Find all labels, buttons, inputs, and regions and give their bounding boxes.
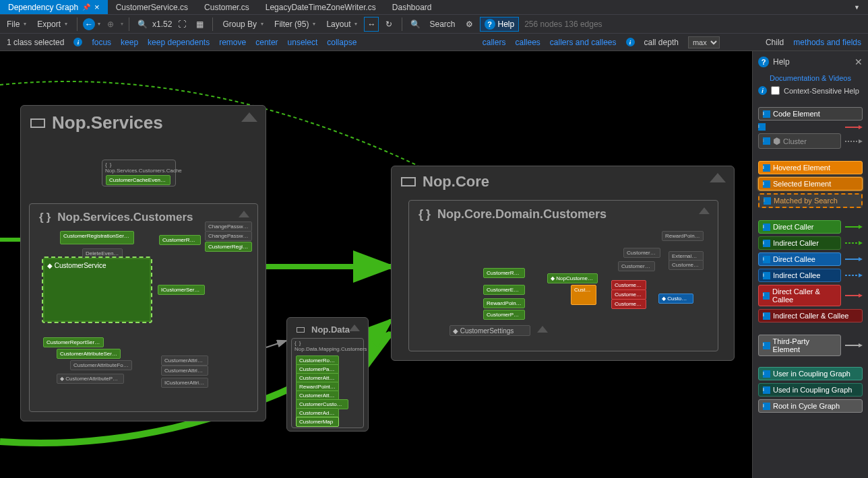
center-action[interactable]: center (255, 38, 278, 47)
fit-icon[interactable]: ⛶ (175, 17, 189, 32)
callers-action[interactable]: callers (483, 38, 506, 47)
collapse-icon[interactable] (349, 325, 360, 331)
back-button[interactable]: ← (83, 18, 95, 30)
settings-icon[interactable]: ⚙ (462, 17, 477, 32)
documentation-link[interactable]: Documentation & Videos (758, 74, 863, 82)
filter-menu[interactable]: Filter (95) (270, 18, 319, 30)
node-reward-hist2[interactable]: RewardPointsHistory (483, 298, 525, 308)
info-icon[interactable]: i (763, 272, 770, 279)
tab-customer[interactable]: Customer.cs (196, 0, 257, 14)
layout-toggle-icon[interactable]: ↔ (364, 17, 379, 32)
tab-dependency-graph[interactable]: Dependency Graph 📌 × (0, 0, 108, 14)
node-change-pwd-req[interactable]: ChangePasswordRequest (205, 221, 252, 232)
close-icon[interactable]: ✕ (855, 57, 863, 67)
node-icust-attr-parser[interactable]: ICustomerAttributeParser (161, 378, 208, 388)
collapse-icon[interactable] (710, 173, 726, 182)
cluster-cache[interactable]: Nop.Services.Customers.Cache CustomerCac… (102, 160, 176, 186)
collapse-icon[interactable] (241, 112, 257, 122)
node-cust-attr[interactable]: CustomerAttribute (618, 261, 655, 271)
node-cust-password[interactable]: CustomerPassword (483, 310, 525, 320)
cluster-nop-data[interactable]: Nop.Data Nop.Data.Mapping.Customers Cust… (286, 317, 369, 432)
export-menu[interactable]: Export (33, 18, 71, 30)
info-icon[interactable]: i (758, 86, 767, 95)
tab-close-icon[interactable]: × (94, 2, 100, 12)
node-attr-ext[interactable]: CustomerAttributeExtensions (161, 366, 208, 376)
node-cust-role[interactable]: ◆ CustomerRole (658, 294, 693, 304)
pin-icon[interactable]: 📌 (82, 3, 90, 11)
node-customer[interactable]: Customer (571, 285, 596, 305)
tab-dashboard[interactable]: Dashboard (384, 0, 440, 14)
context-help-checkbox[interactable] (771, 86, 780, 95)
node-cust-addr2[interactable]: CustomerAddress (611, 299, 646, 309)
info-icon[interactable]: i (763, 164, 770, 172)
node-attr-service[interactable]: CustomerAttributeService (57, 349, 121, 359)
zoom-icon[interactable]: 🔍 (135, 17, 150, 32)
dependency-graph-canvas[interactable]: Nop.Services Nop.Services.Customers.Cach… (0, 51, 752, 478)
info-icon[interactable]: i (763, 386, 770, 394)
collapse-icon[interactable] (537, 326, 548, 333)
tab-legacy[interactable]: LegacyDateTimeZoneWriter.cs (257, 0, 384, 14)
cluster-nop-services[interactable]: Nop.Services Nop.Services.Customers.Cach… (20, 105, 266, 421)
info-icon[interactable]: i (763, 110, 770, 118)
node-change-pwd-res[interactable]: ChangePasswordResult (205, 231, 252, 241)
node-cust-rel[interactable]: CustomerRelations (483, 268, 525, 278)
node-nop-defaults[interactable]: ◆ NopCustomerDefaults (547, 273, 598, 283)
node-icustomer-service[interactable]: ICustomerService (158, 285, 205, 295)
node-attr-formatter[interactable]: CustomerAttributeFormatter (70, 360, 132, 370)
node-customer-service[interactable]: ◆ CustomerService (43, 258, 151, 322)
keep-action[interactable]: keep (121, 38, 138, 47)
cluster-nop-core[interactable]: Nop.Core Nop.Core.Domain.Customers Rewar… (391, 166, 735, 361)
collapse-icon[interactable] (239, 211, 249, 217)
fit-all-icon[interactable]: ▦ (192, 17, 207, 32)
info-icon[interactable]: i (763, 137, 770, 145)
remove-action[interactable]: remove (219, 38, 246, 47)
node-delete-task[interactable]: DeleteEventsTask (82, 248, 123, 259)
info-icon[interactable]: i (763, 312, 770, 320)
callees-action[interactable]: callees (515, 38, 540, 47)
node-customer-reg-req[interactable]: CustomerRegistrationRequest (205, 242, 252, 252)
info-icon[interactable]: i (763, 342, 770, 349)
info-icon-2[interactable]: i (626, 38, 635, 46)
node-attr-parser[interactable]: ◆ CustomerAttributeParser (57, 374, 124, 384)
collapse-action[interactable]: collapse (327, 38, 356, 47)
node-cust-addr[interactable]: CustomerAddress (611, 289, 646, 300)
node-customer-reg[interactable]: CustomerRegistration (159, 235, 201, 245)
cluster-mapping[interactable]: Nop.Data.Mapping.Customers CustomerRoleS… (291, 338, 364, 428)
node-cust-map[interactable]: CustomerMap (296, 417, 339, 427)
refresh-icon[interactable]: ↻ (381, 17, 396, 32)
node-cache-consumer[interactable]: CustomerCacheEventConsumer (106, 175, 170, 185)
layout-menu[interactable]: Layout (322, 18, 361, 30)
info-icon[interactable]: i (763, 240, 770, 247)
node-registration-service[interactable]: CustomerRegistrationService (60, 231, 134, 244)
methods-fields-action[interactable]: methods and fields (793, 38, 861, 47)
search-button[interactable]: Search (425, 18, 459, 30)
collapse-icon[interactable] (699, 207, 710, 214)
info-icon[interactable]: i (763, 256, 770, 263)
info-icon[interactable]: i (758, 123, 766, 131)
group-by-menu[interactable]: Group By (218, 18, 268, 30)
info-icon[interactable]: i (763, 180, 770, 188)
node-cust-attr-val[interactable]: CustomerAttributeValue (669, 260, 704, 270)
cluster-services-customers[interactable]: Nop.Services.Customers CustomerRegistrat… (29, 203, 258, 412)
cluster-core-domain[interactable]: Nop.Core.Domain.Customers RewardPointsSe… (408, 200, 718, 351)
info-icon[interactable]: i (763, 224, 770, 231)
info-icon[interactable]: i (73, 38, 82, 46)
help-button[interactable]: ? Help (480, 17, 520, 32)
callers-callees-action[interactable]: callers and callees (550, 38, 617, 47)
forward-button[interactable]: ⊕ (103, 17, 118, 32)
file-menu[interactable]: File (3, 18, 30, 30)
call-depth-select[interactable]: max (688, 36, 720, 48)
info-icon[interactable]: i (763, 370, 770, 378)
node-role-mapping[interactable]: CustomerRoleMapping (611, 280, 646, 290)
overflow-dropdown-icon[interactable]: ▼ (846, 0, 868, 14)
tab-customerservice[interactable]: CustomerService.cs (108, 0, 196, 14)
info-icon[interactable]: i (763, 292, 770, 300)
node-cust-ext[interactable]: CustomerExtensions (623, 248, 660, 258)
node-rp-settings[interactable]: RewardPointsSettings (662, 231, 704, 241)
unselect-action[interactable]: unselect (288, 38, 318, 47)
node-reward-history[interactable]: CustomerExtensions (483, 285, 525, 295)
node-customer-settings[interactable]: ◆ CustomerSettings (450, 325, 530, 336)
node-report-service[interactable]: CustomerReportService (43, 337, 104, 347)
focus-action[interactable]: focus (92, 38, 111, 47)
info-icon[interactable]: i (763, 403, 770, 410)
